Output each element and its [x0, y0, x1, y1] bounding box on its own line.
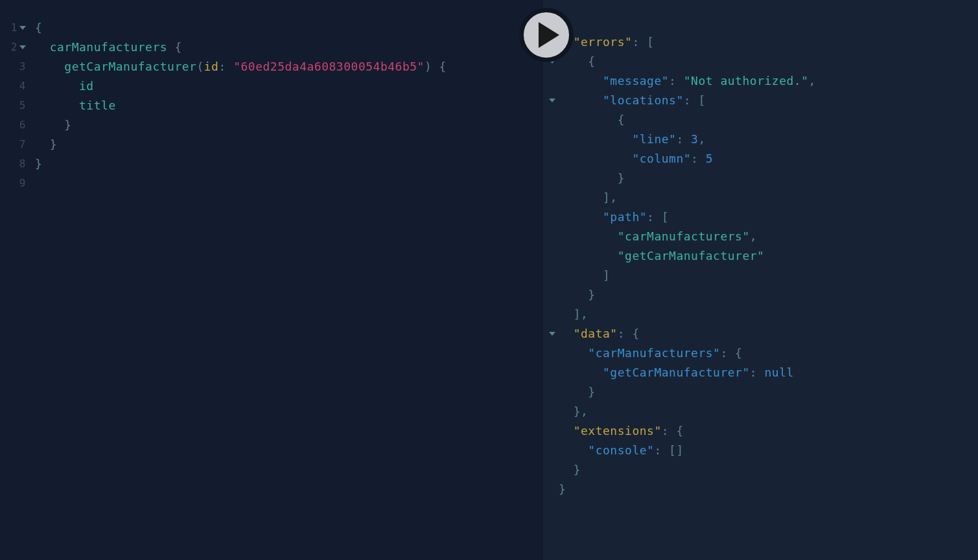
code-token: 3: [691, 132, 698, 146]
code-token: :: [676, 132, 691, 146]
code-token: {: [588, 54, 595, 68]
code-token: }: [574, 463, 581, 476]
code-token: null: [764, 366, 793, 379]
code-token: : [: [632, 35, 654, 49]
code-token: :: [750, 366, 765, 379]
code-token: "carManufacturers": [618, 229, 750, 243]
line-number: 3: [19, 57, 26, 76]
code-token: }: [35, 157, 42, 170]
code-token: {: [167, 40, 182, 54]
code-token: "data": [574, 327, 618, 340]
code-token: "message": [603, 74, 669, 88]
code-token: }: [588, 288, 595, 301]
code-token: "column": [632, 152, 691, 165]
line-number: 2: [11, 38, 17, 57]
code-token: ,: [750, 229, 757, 243]
fold-arrow-icon[interactable]: [19, 45, 26, 49]
code-token: ]: [603, 268, 610, 282]
line-number: 7: [19, 135, 26, 154]
code-token: ],: [574, 307, 588, 321]
code-token: (: [196, 60, 204, 73]
code-token: getCarManufacturer: [64, 60, 196, 73]
query-editor-pane[interactable]: 1 2 3 4 5 6 7 8 9 { carManufacturers { g…: [0, 0, 543, 560]
execute-query-button[interactable]: [519, 8, 574, 62]
code-token: "line": [632, 132, 676, 146]
response-pane: { "errors": [ { "message": "Not authoriz…: [543, 0, 978, 560]
line-number: 4: [19, 76, 26, 96]
line-number: 8: [19, 154, 26, 174]
query-code[interactable]: { carManufacturers { getCarManufacturer(…: [29, 0, 543, 560]
code-token: }: [559, 482, 566, 496]
code-token: title: [79, 99, 116, 112]
line-number: 9: [19, 174, 26, 193]
code-token: }: [50, 137, 57, 151]
code-token: id: [79, 79, 94, 93]
code-token: "carManufacturers": [588, 346, 720, 360]
code-token: "console": [588, 443, 654, 457]
code-token: : []: [654, 443, 683, 457]
line-number: 6: [19, 115, 26, 135]
code-token: }: [64, 118, 71, 132]
code-token: ,: [698, 132, 705, 146]
code-token: ],: [603, 191, 618, 204]
code-token: carManufacturers: [50, 40, 167, 54]
response-code[interactable]: { "errors": [ { "message": "Not authoriz…: [559, 0, 978, 560]
code-token: }: [588, 385, 595, 399]
code-token: "locations": [603, 93, 684, 107]
code-token: ) {: [425, 60, 447, 73]
fold-arrow-icon[interactable]: [549, 99, 555, 102]
play-icon: [539, 22, 559, 48]
code-token: "extensions": [574, 424, 662, 438]
line-number: 5: [19, 96, 26, 115]
line-number-gutter: 1 2 3 4 5 6 7 8 9: [0, 0, 29, 560]
fold-arrow-icon[interactable]: [549, 332, 555, 336]
code-token: "Not authorized.": [684, 74, 809, 88]
code-token: 5: [706, 152, 713, 165]
code-token: "60ed25da4a608300054b46b5": [233, 60, 425, 73]
code-token: {: [35, 21, 42, 34]
code-token: : {: [720, 346, 742, 360]
response-fold-gutter: [543, 0, 559, 560]
code-token: :: [691, 152, 706, 165]
graphql-playground: 1 2 3 4 5 6 7 8 9 { carManufacturers { g…: [0, 0, 978, 560]
code-token: {: [618, 113, 625, 126]
code-token: : {: [662, 424, 684, 438]
code-token: :: [669, 74, 684, 88]
code-token: :: [218, 60, 233, 73]
code-token: ,: [809, 74, 816, 88]
code-token: : [: [647, 210, 669, 224]
code-token: "getCarManufacturer": [603, 366, 750, 379]
code-token: "path": [603, 210, 647, 224]
fold-arrow-icon[interactable]: [19, 26, 26, 30]
code-token: }: [618, 171, 625, 185]
code-token: "errors": [574, 35, 633, 49]
code-token: : {: [618, 327, 640, 340]
code-token: id: [204, 60, 219, 73]
code-token: },: [574, 404, 588, 418]
code-token: : [: [684, 93, 706, 107]
line-number: 1: [11, 18, 17, 38]
code-token: "getCarManufacturer": [618, 249, 765, 262]
